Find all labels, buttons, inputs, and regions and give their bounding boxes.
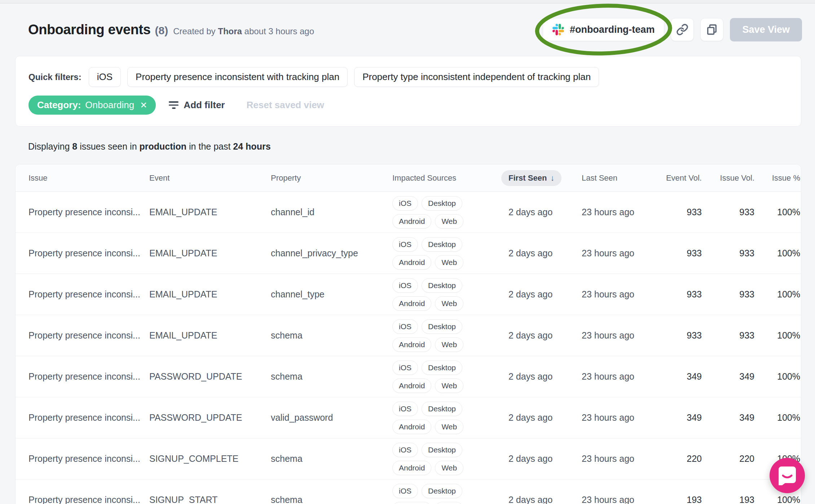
quick-filter-chip[interactable]: iOS (89, 67, 121, 87)
event-cell: SIGNUP_COMPLETE (149, 454, 271, 464)
last-seen-cell: 23 hours ago (582, 454, 663, 464)
event-cell: EMAIL_UPDATE (149, 289, 271, 300)
table-row[interactable]: Property presence inconsi... SIGNUP_STAR… (16, 479, 801, 504)
table-row[interactable]: Property presence inconsi... EMAIL_UPDAT… (16, 233, 801, 274)
slack-icon (552, 24, 564, 35)
slack-channel-label: #onboarding-team (570, 24, 655, 35)
source-chip: iOS (392, 278, 418, 293)
sort-pill[interactable]: First Seen ↓ (501, 170, 561, 186)
issue-pct-cell: 100% (754, 330, 800, 341)
created-time: about 3 hours ago (244, 26, 314, 36)
quick-filter-chip[interactable]: Property presence inconsistent with trac… (127, 67, 348, 87)
source-chip: Web (435, 379, 463, 393)
issue-pct-cell: 100% (754, 248, 800, 258)
copy-link-button[interactable] (671, 18, 694, 41)
table-row[interactable]: Property presence inconsi... EMAIL_UPDAT… (16, 274, 801, 315)
filter-key: Category: (37, 100, 81, 111)
summary-count: 8 (72, 141, 77, 151)
column-header-event-vol[interactable]: Event Vol. (663, 173, 702, 183)
impacted-sources-cell: iOSDesktopAndroidWeb (392, 237, 508, 270)
source-chip: Desktop (422, 196, 462, 211)
event-vol-cell: 349 (663, 371, 702, 382)
source-chip: iOS (392, 319, 418, 334)
last-seen-cell: 23 hours ago (582, 330, 663, 341)
issue-pct-cell: 100% (754, 207, 800, 217)
page-title: Onboarding events (28, 22, 150, 37)
save-view-button[interactable]: Save View (730, 18, 802, 41)
category-filter-chip[interactable]: Category: Onboarding ✕ (28, 96, 156, 115)
source-chip: Desktop (422, 361, 462, 375)
property-cell: valid_password (271, 412, 392, 423)
last-seen-cell: 23 hours ago (582, 412, 663, 423)
created-by-meta: Created by Thora about 3 hours ago (173, 26, 314, 36)
property-cell: schema (271, 454, 392, 464)
duplicate-view-button[interactable] (700, 18, 723, 41)
source-chip: Android (392, 502, 431, 504)
last-seen-cell: 23 hours ago (582, 248, 663, 258)
issue-vol-cell: 193 (702, 495, 754, 504)
column-header-issue-vol[interactable]: Issue Vol. (702, 173, 754, 183)
source-chip: Desktop (422, 484, 462, 498)
source-chip: Desktop (422, 278, 462, 293)
source-chip: iOS (392, 196, 418, 211)
impacted-sources-cell: iOSDesktopAndroidWeb (392, 443, 508, 475)
issue-pct-cell: 100% (754, 495, 800, 504)
quick-filter-chip[interactable]: Property type inconsistent independent o… (354, 67, 599, 87)
column-header-property[interactable]: Property (271, 173, 392, 183)
source-chip: Android (392, 337, 431, 352)
link-icon (676, 23, 688, 36)
issue-cell: Property presence inconsi... (28, 371, 149, 382)
issue-vol-cell: 933 (702, 207, 754, 217)
source-chip: Android (392, 461, 431, 475)
last-seen-cell: 23 hours ago (582, 289, 663, 300)
source-chip: Android (392, 420, 431, 434)
impacted-sources-cell: iOSDesktopAndroidWeb (392, 319, 508, 352)
table-row[interactable]: Property presence inconsi... EMAIL_UPDAT… (16, 192, 801, 233)
impacted-sources-cell: iOSDesktopAndroidWeb (392, 361, 508, 393)
issue-vol-cell: 933 (702, 289, 754, 300)
event-vol-cell: 933 (663, 330, 702, 341)
table-row[interactable]: Property presence inconsi... PASSWORD_UP… (16, 397, 801, 438)
reset-saved-view-button[interactable]: Reset saved view (246, 100, 324, 111)
summary-range: 24 hours (233, 141, 270, 151)
source-chip: Web (435, 337, 463, 352)
source-chip: Web (435, 255, 463, 270)
created-prefix: Created by (173, 26, 215, 36)
remove-filter-icon[interactable]: ✕ (140, 100, 147, 110)
property-cell: schema (271, 495, 392, 504)
issue-cell: Property presence inconsi... (28, 454, 149, 464)
source-chip: iOS (392, 402, 418, 416)
first-seen-cell: 2 days ago (508, 371, 582, 382)
first-seen-cell: 2 days ago (508, 412, 582, 423)
issue-pct-cell: 100% (754, 412, 800, 423)
table-row[interactable]: Property presence inconsi... SIGNUP_COMP… (16, 438, 801, 479)
event-cell: PASSWORD_UPDATE (149, 371, 271, 382)
table-row[interactable]: Property presence inconsi... EMAIL_UPDAT… (16, 315, 801, 356)
column-header-issue-pct[interactable]: Issue % (754, 173, 800, 183)
issue-cell: Property presence inconsi... (28, 495, 149, 504)
source-chip: iOS (392, 484, 418, 498)
add-filter-button[interactable]: Add filter (169, 100, 225, 111)
page-header: Onboarding events (8) Created by Thora a… (15, 13, 802, 46)
first-seen-cell: 2 days ago (508, 330, 582, 341)
active-filters-row: Category: Onboarding ✕ Add filter Reset … (28, 96, 788, 115)
first-seen-cell: 2 days ago (508, 495, 582, 504)
event-vol-cell: 933 (663, 207, 702, 217)
table-row[interactable]: Property presence inconsi... PASSWORD_UP… (16, 356, 801, 397)
issue-cell: Property presence inconsi... (28, 412, 149, 423)
column-header-event[interactable]: Event (149, 173, 271, 183)
column-header-issue[interactable]: Issue (28, 173, 149, 183)
issue-pct-cell: 100% (754, 371, 800, 382)
event-cell: EMAIL_UPDATE (149, 248, 271, 258)
column-header-last-seen[interactable]: Last Seen (582, 173, 663, 183)
first-seen-cell: 2 days ago (508, 248, 582, 258)
slack-channel-button[interactable]: #onboarding-team (543, 18, 665, 41)
chat-launcher-button[interactable] (770, 458, 805, 493)
impacted-sources-cell: iOSDesktopAndroidWeb (392, 402, 508, 434)
column-header-impacted-sources[interactable]: Impacted Sources (392, 173, 508, 183)
event-vol-cell: 220 (663, 454, 702, 464)
filter-icon (169, 101, 179, 109)
header-actions: #onboarding-team Save View (543, 18, 802, 41)
summary-env: production (140, 141, 187, 151)
column-header-first-seen[interactable]: First Seen ↓ (508, 170, 582, 186)
